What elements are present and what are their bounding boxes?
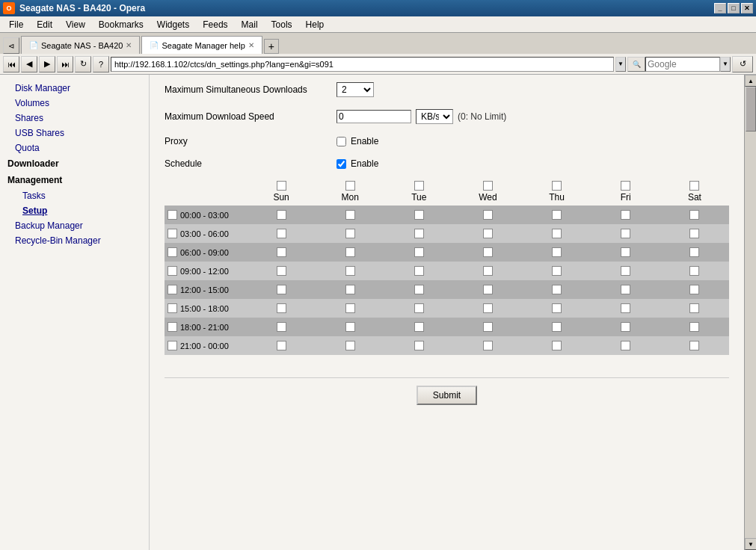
menu-tools[interactable]: Tools (265, 18, 298, 31)
schedule-check-0-5[interactable] (621, 210, 630, 220)
tab-seagate-nas[interactable]: 📄 Seagate NAS - BA420 ✕ (21, 36, 140, 54)
schedule-check-4-0[interactable] (277, 285, 286, 294)
sidebar-item-volumes[interactable]: Volumes (0, 96, 149, 111)
schedule-check-3-1[interactable] (345, 266, 355, 276)
schedule-check-0-3[interactable] (483, 210, 493, 220)
new-tab-button[interactable]: + (264, 39, 279, 54)
schedule-check-2-0[interactable] (277, 247, 286, 257)
day-all-thu[interactable] (552, 181, 562, 191)
schedule-check-0-6[interactable] (689, 210, 699, 220)
schedule-check-7-1[interactable] (345, 341, 355, 350)
maximize-button[interactable]: □ (728, 3, 740, 13)
schedule-check-3-0[interactable] (277, 266, 286, 276)
submit-button[interactable]: Submit (417, 386, 477, 405)
back-button[interactable]: ◀ (21, 56, 37, 72)
schedule-check-5-3[interactable] (483, 303, 493, 313)
schedule-check-1-5[interactable] (621, 229, 630, 238)
schedule-check-2-4[interactable] (552, 247, 562, 257)
menu-view[interactable]: View (60, 18, 91, 31)
search-engine-icon[interactable]: 🔍 (627, 57, 645, 72)
address-dropdown[interactable]: ▼ (615, 57, 626, 72)
schedule-check-5-5[interactable] (621, 303, 630, 313)
row-check-7[interactable] (168, 341, 177, 350)
schedule-check-5-0[interactable] (277, 303, 286, 313)
schedule-check-6-5[interactable] (621, 322, 630, 332)
schedule-check-6-4[interactable] (552, 322, 562, 332)
sidebar-item-shares[interactable]: Shares (0, 111, 149, 126)
search-dropdown[interactable]: ▼ (720, 57, 731, 72)
scroll-down-button[interactable]: ▼ (745, 538, 756, 550)
schedule-enable-checkbox[interactable] (336, 159, 346, 169)
schedule-check-0-1[interactable] (345, 210, 355, 220)
help-button[interactable]: ? (93, 56, 109, 72)
schedule-check-0-4[interactable] (552, 210, 562, 220)
day-all-mon[interactable] (345, 181, 355, 191)
schedule-check-2-1[interactable] (345, 247, 355, 257)
sidebar-item-usb-shares[interactable]: USB Shares (0, 126, 149, 140)
schedule-check-5-2[interactable] (414, 303, 424, 313)
schedule-check-6-0[interactable] (277, 322, 286, 332)
schedule-check-1-2[interactable] (414, 229, 424, 238)
schedule-check-7-5[interactable] (621, 341, 630, 350)
address-bar[interactable]: http://192.168.1.102/ctcs/dn_settings.ph… (111, 57, 614, 72)
row-check-5[interactable] (168, 303, 177, 313)
reload-button[interactable]: ↻ (75, 56, 91, 72)
proxy-enable-checkbox[interactable] (336, 137, 346, 146)
schedule-check-0-0[interactable] (277, 210, 286, 220)
sidebar-item-recycle-bin-manager[interactable]: Recycle-Bin Manager (0, 233, 149, 248)
tab-close-1[interactable]: ✕ (126, 41, 132, 49)
menu-edit[interactable]: Edit (31, 18, 58, 31)
day-all-wed[interactable] (483, 181, 493, 191)
tab-history-back[interactable]: ⊲ (3, 37, 19, 54)
schedule-check-4-1[interactable] (345, 285, 355, 294)
schedule-check-6-1[interactable] (345, 322, 355, 332)
fast-forward-button[interactable]: ⏭ (57, 56, 73, 72)
scroll-track[interactable] (745, 87, 756, 538)
schedule-check-5-1[interactable] (345, 303, 355, 313)
schedule-check-2-3[interactable] (483, 247, 493, 257)
schedule-check-2-2[interactable] (414, 247, 424, 257)
speed-unit-select[interactable]: KB/s MB/s (416, 109, 453, 124)
close-button[interactable]: ✕ (741, 3, 753, 13)
tab-seagate-manager-help[interactable]: 📄 Seagate Manager help ✕ (141, 36, 262, 54)
row-check-4[interactable] (168, 285, 177, 294)
schedule-check-3-4[interactable] (552, 266, 562, 276)
schedule-check-7-3[interactable] (483, 341, 493, 350)
schedule-check-5-4[interactable] (552, 303, 562, 313)
search-input[interactable] (645, 57, 720, 72)
sidebar-item-disk-manager[interactable]: Disk Manager (0, 81, 149, 96)
reload-page-button[interactable]: ↺ (732, 56, 753, 72)
tab-close-2[interactable]: ✕ (248, 41, 254, 49)
schedule-check-2-6[interactable] (689, 247, 699, 257)
scroll-up-button[interactable]: ▲ (745, 75, 756, 87)
max-downloads-select[interactable]: 1 2 3 4 5 (336, 82, 374, 97)
day-all-sun[interactable] (277, 181, 286, 191)
schedule-check-5-6[interactable] (689, 303, 699, 313)
max-speed-input[interactable] (336, 110, 411, 123)
schedule-check-3-5[interactable] (621, 266, 630, 276)
schedule-check-7-6[interactable] (689, 341, 699, 350)
menu-widgets[interactable]: Widgets (151, 18, 195, 31)
sidebar-section-downloader[interactable]: Downloader (0, 155, 149, 172)
schedule-check-7-2[interactable] (414, 341, 424, 350)
schedule-check-2-5[interactable] (621, 247, 630, 257)
schedule-check-4-4[interactable] (552, 285, 562, 294)
menu-feeds[interactable]: Feeds (197, 18, 233, 31)
schedule-check-6-6[interactable] (689, 322, 699, 332)
schedule-check-1-4[interactable] (552, 229, 562, 238)
schedule-check-6-3[interactable] (483, 322, 493, 332)
schedule-check-1-3[interactable] (483, 229, 493, 238)
menu-bookmarks[interactable]: Bookmarks (93, 18, 150, 31)
row-check-2[interactable] (168, 247, 177, 257)
row-check-1[interactable] (168, 229, 177, 238)
sidebar-item-tasks[interactable]: Tasks (0, 188, 149, 203)
schedule-check-3-2[interactable] (414, 266, 424, 276)
schedule-check-7-4[interactable] (552, 341, 562, 350)
sidebar-item-setup[interactable]: Setup (0, 203, 149, 218)
day-all-tue[interactable] (414, 181, 424, 191)
schedule-check-1-6[interactable] (689, 229, 699, 238)
schedule-check-0-2[interactable] (414, 210, 424, 220)
menu-help[interactable]: Help (300, 18, 331, 31)
row-check-3[interactable] (168, 266, 177, 276)
schedule-check-4-3[interactable] (483, 285, 493, 294)
